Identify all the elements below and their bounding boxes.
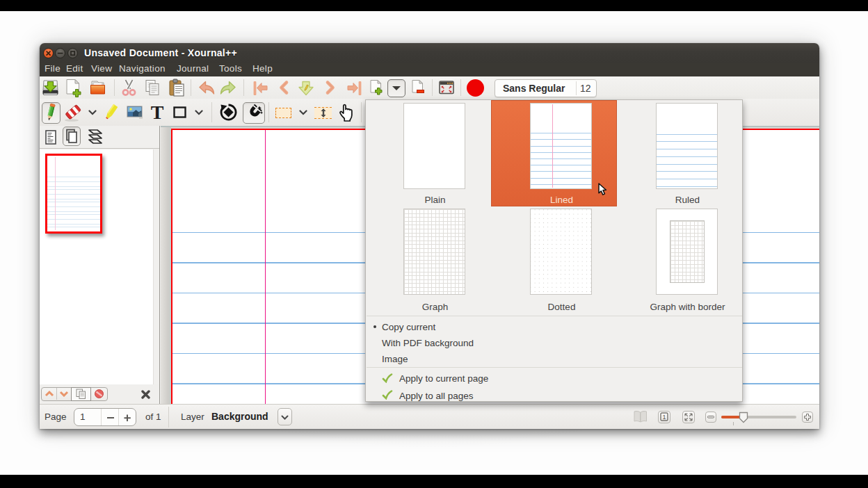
svg-text:1: 1	[662, 414, 666, 421]
svg-text:T: T	[151, 103, 164, 122]
